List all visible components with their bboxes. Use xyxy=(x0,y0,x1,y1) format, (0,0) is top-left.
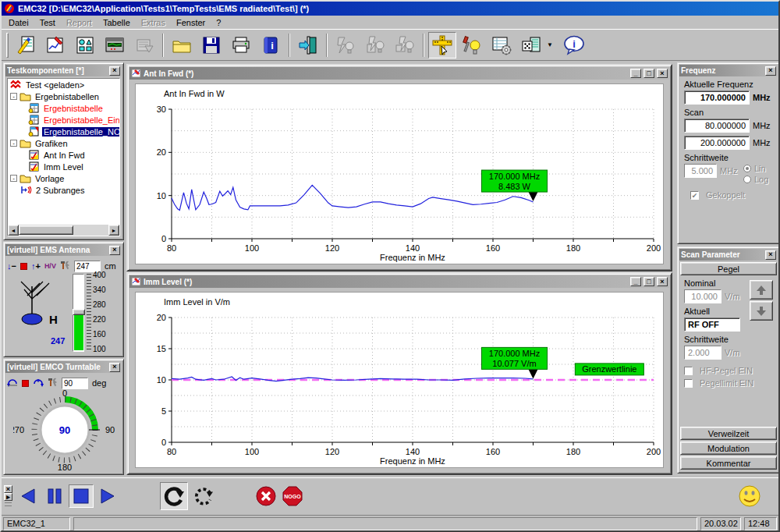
tree-item-label[interactable]: Ant In Fwd xyxy=(42,151,87,160)
grip-lines[interactable] xyxy=(5,502,12,506)
turntable-stop-button[interactable] xyxy=(22,380,29,387)
menu-help[interactable]: ? xyxy=(211,17,226,28)
emco-turntable-titlebar[interactable]: [virtuell] EMCO Turntable × xyxy=(5,361,122,373)
tree-item-ant-in-fwd[interactable]: Ant In Fwd xyxy=(8,149,119,161)
minimize-icon[interactable]: _ xyxy=(630,277,641,286)
pause-button[interactable] xyxy=(42,484,67,508)
tree-item-imm-level[interactable]: Imm Level xyxy=(8,161,119,172)
level-down-button[interactable] xyxy=(750,301,773,321)
test-components-button[interactable] xyxy=(71,32,99,59)
tree-item-ergebnistabelle[interactable]: Ergebnistabelle xyxy=(8,102,119,114)
toolbar-grip[interactable] xyxy=(6,33,9,58)
print-button[interactable] xyxy=(227,32,255,59)
menu-fenster[interactable]: Fenster xyxy=(171,17,211,28)
play-button[interactable] xyxy=(95,484,120,508)
nogo-sign-icon[interactable]: NOGO xyxy=(282,486,303,506)
scan-start-field[interactable]: 80.000000 xyxy=(684,119,750,133)
generator-button[interactable] xyxy=(517,32,545,59)
repeat-dashed-button[interactable] xyxy=(190,482,218,510)
close-icon[interactable]: × xyxy=(109,66,120,76)
close-icon[interactable]: × xyxy=(765,250,776,260)
close-icon[interactable]: × xyxy=(657,277,668,286)
tree-item-ergebnistabelle-nog[interactable]: Ergebnistabelle_NOG xyxy=(8,126,119,137)
scan-stop-field[interactable]: 200.000000 xyxy=(684,136,750,150)
tree-item-label[interactable]: Test <geladen> xyxy=(24,80,86,90)
open-button[interactable] xyxy=(168,32,196,59)
generator-dropdown-arrow[interactable]: ▼ xyxy=(546,32,554,59)
menu-tabelle[interactable]: Tabelle xyxy=(98,17,136,28)
polarization-toggle-button[interactable]: H/V xyxy=(44,262,56,270)
tree-item-label[interactable]: Grafiken xyxy=(34,139,69,148)
tree-item-ergebnistabellen[interactable]: - Ergebnistabellen xyxy=(8,90,119,102)
scan-parameter-titlebar[interactable]: Scan Parameter × xyxy=(679,249,778,261)
exit-button[interactable] xyxy=(294,32,322,59)
scroll-thumb[interactable] xyxy=(19,225,73,235)
turntable-settings-button[interactable] xyxy=(48,378,58,388)
tree-item-label[interactable]: Ergebnistabelle xyxy=(42,104,105,113)
maximize-icon[interactable]: □ xyxy=(644,277,654,286)
antenna-height-slider[interactable] xyxy=(73,274,85,352)
new-graphic-button[interactable] xyxy=(41,32,69,59)
pegel-button[interactable]: Pegel xyxy=(680,262,777,275)
new-test-button[interactable] xyxy=(12,32,40,59)
close-icon[interactable]: × xyxy=(4,485,12,493)
tree-item-label[interactable]: Vorlage xyxy=(34,174,66,183)
turntable-angle-input[interactable] xyxy=(62,378,88,389)
window-titlebar[interactable]: EMC32 [D:\EMC32\Application\Tests1\TempT… xyxy=(2,2,778,16)
level-up-button[interactable] xyxy=(750,280,773,300)
rotate-cw-button[interactable] xyxy=(33,378,44,388)
menu-test[interactable]: Test xyxy=(34,17,61,28)
tree-horizontal-scrollbar[interactable]: ◄ ► xyxy=(8,225,119,236)
tree-item-label[interactable]: Ergebnistabelle_NOG xyxy=(42,127,120,137)
stop-button[interactable] xyxy=(69,484,94,508)
minimize-icon[interactable]: _ xyxy=(630,69,641,78)
close-icon[interactable]: × xyxy=(109,363,120,372)
frequenz-titlebar[interactable]: Frequenz × xyxy=(679,65,778,76)
close-icon[interactable]: × xyxy=(657,69,668,78)
maximize-icon[interactable]: □ xyxy=(644,69,654,78)
verweilzeit-button[interactable]: Verweilzeit xyxy=(680,427,777,440)
ems-antenna-titlebar[interactable]: [virtuell] EMS Antenna × xyxy=(5,244,122,256)
antenna-up-button[interactable]: ↑+ xyxy=(31,261,41,271)
collapse-icon[interactable]: - xyxy=(10,140,17,147)
rotate-ccw-button[interactable] xyxy=(7,378,18,388)
scroll-right-icon[interactable]: ► xyxy=(108,225,119,236)
menu-datei[interactable]: Datei xyxy=(3,17,34,28)
ant-in-fwd-titlebar[interactable]: Ant In Fwd (*) _ □ × xyxy=(129,67,669,80)
expand-icon[interactable]: ▸ xyxy=(4,493,12,501)
antenna-stop-button[interactable] xyxy=(20,263,27,270)
antenna-down-button[interactable]: ↓− xyxy=(7,261,16,271)
options-button[interactable] xyxy=(488,32,516,59)
modulation-button[interactable]: Modulation xyxy=(680,442,777,455)
info-button[interactable]: i xyxy=(560,32,588,59)
error-stop-icon[interactable] xyxy=(256,486,276,506)
tree-item-grafiken[interactable]: - Grafiken xyxy=(8,137,119,149)
scroll-left-icon[interactable]: ◄ xyxy=(8,225,19,236)
tree-item-test[interactable]: Test <geladen> xyxy=(8,79,119,90)
aktuelle-frequenz-field[interactable]: 170.000000 xyxy=(684,90,750,105)
interactive-measurement-button[interactable] xyxy=(458,32,486,59)
help-book-button[interactable]: i xyxy=(257,32,285,59)
collapse-icon[interactable]: - xyxy=(10,93,17,100)
tree-item-label[interactable]: Imm Level xyxy=(42,162,85,172)
close-icon[interactable]: × xyxy=(765,66,776,76)
imm-level-titlebar[interactable]: Imm Level (*) _ □ × xyxy=(129,275,669,288)
testkomponenten-titlebar[interactable]: Testkomponenten [*] × xyxy=(5,65,122,76)
tree-item-label[interactable]: 2 Subranges xyxy=(34,186,86,195)
close-icon[interactable]: × xyxy=(109,246,120,255)
repeat-button[interactable] xyxy=(160,482,188,510)
collapse-icon[interactable]: - xyxy=(10,175,17,182)
turntable-dial[interactable]: 90 0 90 270 180 xyxy=(13,389,116,473)
antenna-settings-button[interactable] xyxy=(60,261,70,271)
step-back-button[interactable] xyxy=(16,484,41,508)
tree-item-vorlage[interactable]: - Vorlage xyxy=(8,172,119,184)
tree-item-label[interactable]: Ergebnistabellen xyxy=(34,92,101,101)
tree-item-ergebnistabelle-einzel[interactable]: Ergebnistabelle_Einze xyxy=(8,114,119,126)
slider-thumb[interactable] xyxy=(73,309,85,315)
save-button[interactable] xyxy=(197,32,225,59)
tree-item-label[interactable]: Ergebnistabelle_Einze xyxy=(42,115,120,125)
kommentar-button[interactable]: Kommentar xyxy=(680,456,777,470)
measurement-window-button[interactable] xyxy=(101,32,129,59)
measurement-mode-button[interactable] xyxy=(428,32,456,59)
tree-item-subranges[interactable]: 2 Subranges xyxy=(8,184,119,196)
